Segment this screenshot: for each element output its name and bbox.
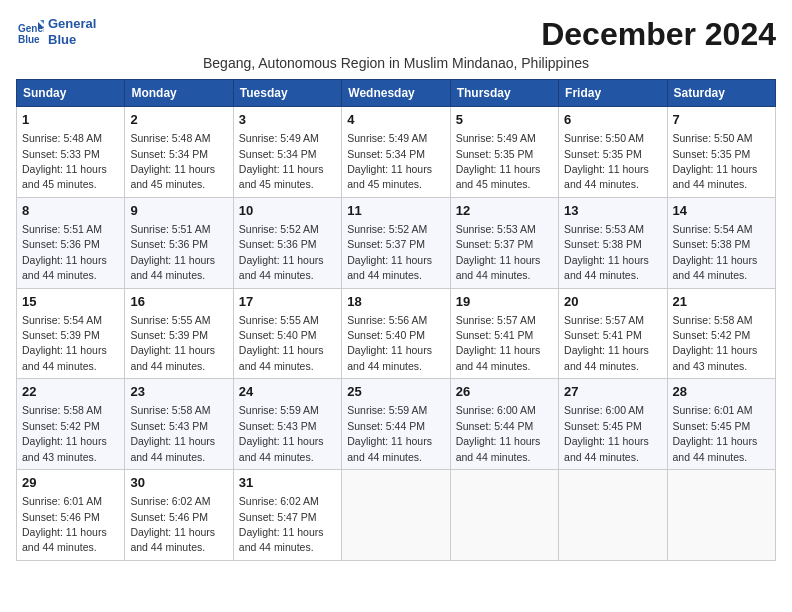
calendar-cell: 8 Sunrise: 5:51 AMSunset: 5:36 PMDayligh…: [17, 197, 125, 288]
day-info: Sunrise: 6:01 AMSunset: 5:46 PMDaylight:…: [22, 495, 107, 553]
logo: General Blue General Blue: [16, 16, 96, 47]
calendar-week-2: 8 Sunrise: 5:51 AMSunset: 5:36 PMDayligh…: [17, 197, 776, 288]
calendar-cell: [450, 470, 558, 561]
logo-icon: General Blue: [16, 18, 44, 46]
day-number: 28: [673, 383, 770, 401]
calendar-cell: 24 Sunrise: 5:59 AMSunset: 5:43 PMDaylig…: [233, 379, 341, 470]
calendar-cell: 15 Sunrise: 5:54 AMSunset: 5:39 PMDaylig…: [17, 288, 125, 379]
day-number: 13: [564, 202, 661, 220]
day-info: Sunrise: 5:59 AMSunset: 5:43 PMDaylight:…: [239, 404, 324, 462]
calendar-cell: 6 Sunrise: 5:50 AMSunset: 5:35 PMDayligh…: [559, 107, 667, 198]
subtitle: Begang, Autonomous Region in Muslim Mind…: [16, 55, 776, 71]
day-number: 30: [130, 474, 227, 492]
column-header-friday: Friday: [559, 80, 667, 107]
calendar-cell: 19 Sunrise: 5:57 AMSunset: 5:41 PMDaylig…: [450, 288, 558, 379]
column-header-saturday: Saturday: [667, 80, 775, 107]
day-info: Sunrise: 5:53 AMSunset: 5:38 PMDaylight:…: [564, 223, 649, 281]
day-number: 27: [564, 383, 661, 401]
day-info: Sunrise: 5:48 AMSunset: 5:34 PMDaylight:…: [130, 132, 215, 190]
day-number: 21: [673, 293, 770, 311]
day-number: 8: [22, 202, 119, 220]
column-header-thursday: Thursday: [450, 80, 558, 107]
day-info: Sunrise: 5:56 AMSunset: 5:40 PMDaylight:…: [347, 314, 432, 372]
column-header-monday: Monday: [125, 80, 233, 107]
day-info: Sunrise: 5:49 AMSunset: 5:35 PMDaylight:…: [456, 132, 541, 190]
day-number: 5: [456, 111, 553, 129]
day-info: Sunrise: 6:02 AMSunset: 5:47 PMDaylight:…: [239, 495, 324, 553]
calendar-cell: 16 Sunrise: 5:55 AMSunset: 5:39 PMDaylig…: [125, 288, 233, 379]
calendar-cell: 5 Sunrise: 5:49 AMSunset: 5:35 PMDayligh…: [450, 107, 558, 198]
calendar-cell: 28 Sunrise: 6:01 AMSunset: 5:45 PMDaylig…: [667, 379, 775, 470]
calendar-cell: 29 Sunrise: 6:01 AMSunset: 5:46 PMDaylig…: [17, 470, 125, 561]
day-number: 23: [130, 383, 227, 401]
day-number: 25: [347, 383, 444, 401]
top-bar: General Blue General Blue December 2024: [16, 16, 776, 55]
day-number: 17: [239, 293, 336, 311]
calendar-cell: 11 Sunrise: 5:52 AMSunset: 5:37 PMDaylig…: [342, 197, 450, 288]
calendar-cell: 4 Sunrise: 5:49 AMSunset: 5:34 PMDayligh…: [342, 107, 450, 198]
day-number: 19: [456, 293, 553, 311]
day-info: Sunrise: 6:00 AMSunset: 5:44 PMDaylight:…: [456, 404, 541, 462]
calendar-cell: [667, 470, 775, 561]
calendar-cell: [342, 470, 450, 561]
day-number: 24: [239, 383, 336, 401]
day-info: Sunrise: 5:55 AMSunset: 5:40 PMDaylight:…: [239, 314, 324, 372]
calendar-week-5: 29 Sunrise: 6:01 AMSunset: 5:46 PMDaylig…: [17, 470, 776, 561]
title-section: December 2024: [541, 16, 776, 53]
logo-text: General Blue: [48, 16, 96, 47]
calendar-cell: 17 Sunrise: 5:55 AMSunset: 5:40 PMDaylig…: [233, 288, 341, 379]
day-info: Sunrise: 6:01 AMSunset: 5:45 PMDaylight:…: [673, 404, 758, 462]
day-number: 12: [456, 202, 553, 220]
day-info: Sunrise: 5:58 AMSunset: 5:42 PMDaylight:…: [673, 314, 758, 372]
calendar-cell: 14 Sunrise: 5:54 AMSunset: 5:38 PMDaylig…: [667, 197, 775, 288]
calendar-cell: 3 Sunrise: 5:49 AMSunset: 5:34 PMDayligh…: [233, 107, 341, 198]
day-info: Sunrise: 5:51 AMSunset: 5:36 PMDaylight:…: [22, 223, 107, 281]
calendar-week-1: 1 Sunrise: 5:48 AMSunset: 5:33 PMDayligh…: [17, 107, 776, 198]
day-info: Sunrise: 5:58 AMSunset: 5:43 PMDaylight:…: [130, 404, 215, 462]
day-info: Sunrise: 5:48 AMSunset: 5:33 PMDaylight:…: [22, 132, 107, 190]
calendar-cell: 21 Sunrise: 5:58 AMSunset: 5:42 PMDaylig…: [667, 288, 775, 379]
day-info: Sunrise: 5:51 AMSunset: 5:36 PMDaylight:…: [130, 223, 215, 281]
day-number: 18: [347, 293, 444, 311]
column-header-wednesday: Wednesday: [342, 80, 450, 107]
main-title: December 2024: [541, 16, 776, 53]
day-number: 20: [564, 293, 661, 311]
day-number: 1: [22, 111, 119, 129]
calendar-cell: 26 Sunrise: 6:00 AMSunset: 5:44 PMDaylig…: [450, 379, 558, 470]
day-info: Sunrise: 5:55 AMSunset: 5:39 PMDaylight:…: [130, 314, 215, 372]
calendar-header-row: SundayMondayTuesdayWednesdayThursdayFrid…: [17, 80, 776, 107]
calendar: SundayMondayTuesdayWednesdayThursdayFrid…: [16, 79, 776, 561]
calendar-week-3: 15 Sunrise: 5:54 AMSunset: 5:39 PMDaylig…: [17, 288, 776, 379]
calendar-cell: 12 Sunrise: 5:53 AMSunset: 5:37 PMDaylig…: [450, 197, 558, 288]
column-header-sunday: Sunday: [17, 80, 125, 107]
day-number: 29: [22, 474, 119, 492]
day-number: 16: [130, 293, 227, 311]
day-info: Sunrise: 5:54 AMSunset: 5:39 PMDaylight:…: [22, 314, 107, 372]
day-info: Sunrise: 5:50 AMSunset: 5:35 PMDaylight:…: [564, 132, 649, 190]
day-number: 11: [347, 202, 444, 220]
calendar-cell: 2 Sunrise: 5:48 AMSunset: 5:34 PMDayligh…: [125, 107, 233, 198]
day-number: 9: [130, 202, 227, 220]
day-info: Sunrise: 5:57 AMSunset: 5:41 PMDaylight:…: [456, 314, 541, 372]
day-info: Sunrise: 5:49 AMSunset: 5:34 PMDaylight:…: [347, 132, 432, 190]
day-info: Sunrise: 5:57 AMSunset: 5:41 PMDaylight:…: [564, 314, 649, 372]
calendar-cell: 9 Sunrise: 5:51 AMSunset: 5:36 PMDayligh…: [125, 197, 233, 288]
calendar-cell: 1 Sunrise: 5:48 AMSunset: 5:33 PMDayligh…: [17, 107, 125, 198]
svg-text:Blue: Blue: [18, 34, 40, 45]
calendar-cell: 10 Sunrise: 5:52 AMSunset: 5:36 PMDaylig…: [233, 197, 341, 288]
day-number: 15: [22, 293, 119, 311]
day-info: Sunrise: 6:00 AMSunset: 5:45 PMDaylight:…: [564, 404, 649, 462]
day-info: Sunrise: 5:52 AMSunset: 5:37 PMDaylight:…: [347, 223, 432, 281]
day-number: 10: [239, 202, 336, 220]
day-info: Sunrise: 6:02 AMSunset: 5:46 PMDaylight:…: [130, 495, 215, 553]
day-info: Sunrise: 5:49 AMSunset: 5:34 PMDaylight:…: [239, 132, 324, 190]
calendar-cell: 31 Sunrise: 6:02 AMSunset: 5:47 PMDaylig…: [233, 470, 341, 561]
day-info: Sunrise: 5:54 AMSunset: 5:38 PMDaylight:…: [673, 223, 758, 281]
day-number: 14: [673, 202, 770, 220]
day-info: Sunrise: 5:59 AMSunset: 5:44 PMDaylight:…: [347, 404, 432, 462]
day-info: Sunrise: 5:53 AMSunset: 5:37 PMDaylight:…: [456, 223, 541, 281]
day-number: 31: [239, 474, 336, 492]
calendar-cell: 23 Sunrise: 5:58 AMSunset: 5:43 PMDaylig…: [125, 379, 233, 470]
day-number: 2: [130, 111, 227, 129]
calendar-week-4: 22 Sunrise: 5:58 AMSunset: 5:42 PMDaylig…: [17, 379, 776, 470]
